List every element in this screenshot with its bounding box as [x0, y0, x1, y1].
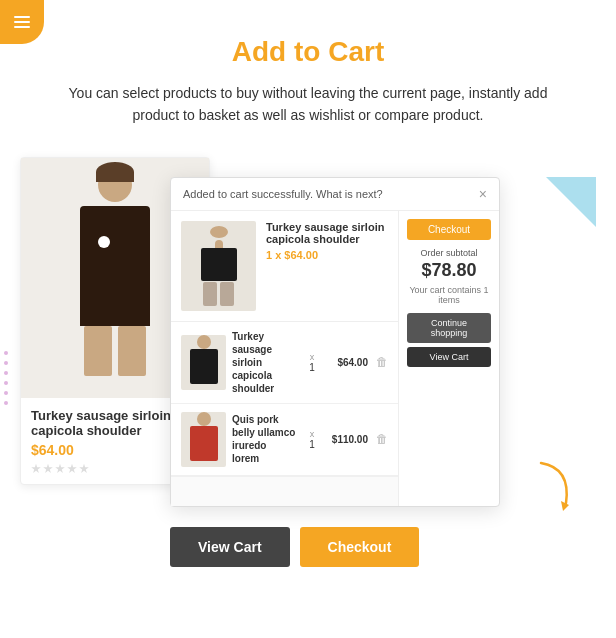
- qty-x-2: x: [310, 429, 315, 439]
- hamburger-icon: [14, 16, 30, 28]
- cart-item-info-1: Turkey sausage sirloin capicola shoulder: [232, 330, 296, 395]
- mini-head: [210, 226, 228, 238]
- continue-shopping-button[interactable]: Continue shopping: [407, 313, 491, 343]
- cart-item-image-2: [181, 412, 226, 467]
- checkout-button[interactable]: Checkout: [300, 527, 420, 567]
- orange-arrow-bottom-decoration: [521, 458, 581, 522]
- cart-item-price-1: $64.00: [328, 357, 368, 368]
- page-header: Add to Cart You can select products to b…: [0, 0, 616, 127]
- cart-popup-header: Added to cart successfully. What is next…: [171, 178, 499, 211]
- qty-num-2: 1: [309, 439, 315, 450]
- mini-body: [201, 248, 237, 281]
- view-cart-sidebar-button[interactable]: View Cart: [407, 347, 491, 367]
- menu-button[interactable]: [0, 0, 44, 44]
- cart-item-qty-2: x 1: [302, 429, 322, 450]
- cart-item-name-2: Quis pork belly ullamco iruredo lorem: [232, 413, 296, 465]
- cart-item-name-1: Turkey sausage sirloin capicola shoulder: [232, 330, 296, 395]
- tiny-body-1: [190, 349, 218, 384]
- star-1: [31, 464, 41, 474]
- mini-figure: [189, 226, 249, 306]
- delete-icon-2[interactable]: 🗑: [376, 432, 388, 446]
- featured-product-price-line: 1 x $64.00: [266, 249, 388, 261]
- star-5: [79, 464, 89, 474]
- tiny-head-2: [197, 412, 211, 426]
- cart-popup: Added to cart successfully. What is next…: [170, 177, 500, 507]
- order-subtotal-label: Order subtotal: [420, 248, 477, 258]
- product-model-figure: [65, 168, 165, 388]
- featured-product-name: Turkey sausage sirloin capicola shoulder: [266, 221, 388, 245]
- star-3: [55, 464, 65, 474]
- cart-success-message: Added to cart successfully. What is next…: [183, 188, 383, 200]
- cart-item-info-2: Quis pork belly ullamco iruredo lorem: [232, 413, 296, 465]
- cart-sidebar: Checkout Order subtotal $78.80 Your cart…: [399, 211, 499, 506]
- cart-popup-body: Turkey sausage sirloin capicola shoulder…: [171, 211, 499, 506]
- cart-item-image-1: [181, 335, 226, 390]
- figure-head: [98, 168, 132, 202]
- qty-num-1: 1: [309, 362, 315, 373]
- cart-item-price-2: $110.00: [328, 434, 368, 445]
- star-2: [43, 464, 53, 474]
- bottom-buttons: View Cart Checkout: [170, 527, 419, 567]
- featured-product-image: [181, 221, 256, 311]
- close-icon[interactable]: ×: [479, 186, 487, 202]
- cart-count-info: Your cart contains 1 items: [407, 285, 491, 305]
- view-cart-button[interactable]: View Cart: [170, 527, 290, 567]
- featured-price: $64.00: [284, 249, 318, 261]
- figure-body: [80, 206, 150, 326]
- qty-x-1: x: [310, 352, 315, 362]
- cart-products-column: Turkey sausage sirloin capicola shoulder…: [171, 211, 399, 506]
- page-title: Add to Cart: [30, 36, 586, 68]
- illustration-area: + Turkey sausage sirloin capicola should…: [0, 147, 616, 577]
- featured-product-details: Turkey sausage sirloin capicola shoulder…: [266, 221, 388, 261]
- delete-icon-1[interactable]: 🗑: [376, 355, 388, 369]
- cart-item-qty-1: x 1: [302, 352, 322, 373]
- figure-hair: [96, 162, 134, 182]
- featured-product-row: Turkey sausage sirloin capicola shoulder…: [171, 211, 398, 322]
- featured-qty-label: 1 x: [266, 249, 281, 261]
- checkout-top-button[interactable]: Checkout: [407, 219, 491, 240]
- cart-item-partial: [171, 476, 398, 506]
- cart-item: Quis pork belly ullamco iruredo lorem x …: [171, 404, 398, 476]
- cart-items-list: Turkey sausage sirloin capicola shoulder…: [171, 322, 398, 506]
- page-description: You can select products to buy without l…: [48, 82, 568, 127]
- blue-arrow-decoration: [546, 177, 596, 227]
- star-4: [67, 464, 77, 474]
- order-subtotal-amount: $78.80: [421, 260, 476, 281]
- tiny-head-1: [197, 335, 211, 349]
- tiny-body-2: [190, 426, 218, 461]
- svg-marker-0: [546, 177, 596, 227]
- cart-item: Turkey sausage sirloin capicola shoulder…: [171, 322, 398, 404]
